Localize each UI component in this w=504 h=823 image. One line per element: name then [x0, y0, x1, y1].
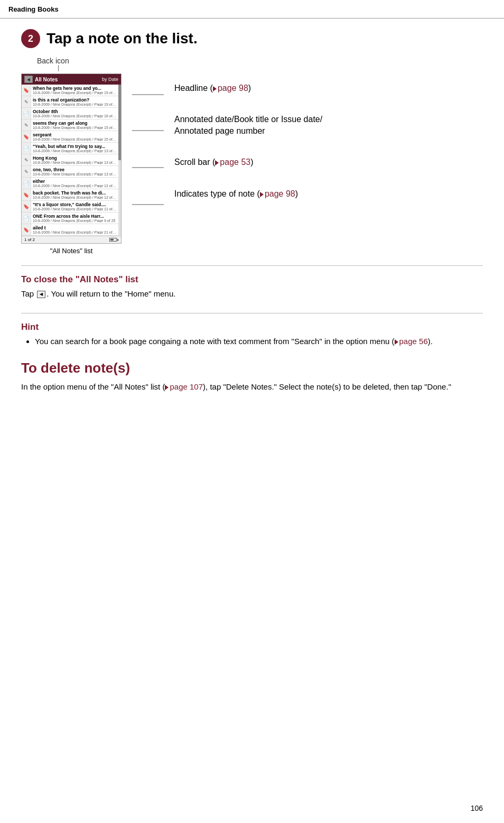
- note-meta: 10-8-2009 / Nine Dragons (Excerpt) / Pag…: [33, 149, 117, 153]
- note-headline: either: [33, 179, 117, 184]
- device-header-left: ◀ All Notes: [24, 76, 58, 83]
- note-headline: back pocket. The truth was he di...: [33, 190, 117, 196]
- note-content: ailed t 10-8-2009 / Nine Dragons (Excerp…: [31, 224, 118, 235]
- list-item[interactable]: ✎ seems they can get along 10-8-2009 / N…: [22, 119, 118, 131]
- scroll-thumb: [118, 85, 121, 160]
- note-headline: When he gets here you and yo...: [33, 86, 117, 91]
- hint-body: You can search for a book page congaing …: [21, 336, 483, 348]
- note-type-icon: 🔖: [22, 189, 31, 200]
- note-content: is this a real organization? 10-8-2009 /…: [31, 96, 118, 107]
- step-circle: 2: [21, 29, 40, 48]
- divider-1: [21, 265, 483, 266]
- hint-section: Hint You can search for a book page cong…: [21, 322, 483, 348]
- note-headline: sergeant: [33, 132, 117, 137]
- scrollbar-label: Scroll bar (page 53): [174, 146, 483, 178]
- note-headline: October 8th: [33, 109, 117, 114]
- device-mockup: ◀ All Notes by Date 🔖 When he gets here …: [21, 73, 122, 244]
- note-meta: 10-8-2009 / Nine Dragons (Excerpt) / Pag…: [33, 172, 117, 176]
- divider-2: [21, 313, 483, 313]
- indicates-page-link[interactable]: page 98: [265, 189, 295, 198]
- page-arrow-icon2: [215, 160, 219, 165]
- connector-lines: [132, 72, 164, 252]
- note-content: October 8th 10-8-2009 / Nine Dragons (Ex…: [31, 108, 118, 119]
- page-arrow-icon4: [395, 339, 398, 345]
- hint-list-item: You can search for a book page congaing …: [35, 336, 483, 348]
- scrollbar-page-link[interactable]: page 53: [220, 158, 250, 167]
- note-meta: 10-8-2009 / Nine Dragons (Excerpt) / Pag…: [33, 137, 117, 141]
- step-title: Tap a note on the list.: [46, 30, 198, 47]
- back-button-icon[interactable]: ◀: [24, 76, 33, 83]
- note-headline: seems they can get along: [33, 121, 117, 126]
- note-meta: 10-8-2009 / Nine Dragons (Excerpt) / Pag…: [33, 219, 117, 223]
- note-content: Hong Kong 10-8-2009 / Nine Dragons (Exce…: [31, 154, 118, 165]
- note-content: back pocket. The truth was he di... 10-8…: [31, 189, 118, 200]
- note-content: ONE From across the aisle Harr... 10-8-2…: [31, 212, 118, 224]
- step-section: 2 Tap a note on the list. Back icon: [21, 29, 483, 255]
- note-headline: is this a real organization?: [33, 97, 117, 103]
- list-item[interactable]: ✎ one, two, three 10-8-2009 / Nine Drago…: [22, 166, 118, 178]
- note-content: "It's a liquor store," Gandle said.... 1…: [31, 201, 118, 212]
- home-button-icon: ◀: [37, 291, 45, 298]
- note-type-icon: 📄: [22, 178, 31, 189]
- note-meta: 10-8-2009 / Nine Dragons (Excerpt) / Pag…: [33, 114, 117, 118]
- page-arrow-icon: [213, 86, 217, 91]
- header: Reading Books: [0, 0, 504, 19]
- note-content: either 10-8-2009 / Nine Dragons (Excerpt…: [31, 178, 118, 189]
- list-item[interactable]: 📄 "Yeah, but what I'm trying to say... 1…: [22, 143, 118, 154]
- hint-page-link[interactable]: page 56: [399, 337, 428, 346]
- list-item[interactable]: 🔖 back pocket. The truth was he di... 10…: [22, 189, 118, 201]
- notes-list: 🔖 When he gets here you and yo... 10-8-2…: [22, 85, 121, 236]
- close-section-title: To close the "All Notes" list: [21, 274, 483, 285]
- all-notes-list-label: "All Notes" list: [50, 247, 93, 255]
- list-item[interactable]: 🔖 "It's a liquor store," Gandle said....…: [22, 201, 118, 212]
- note-meta: 10-8-2009 / Nine Dragons (Excerpt) / Pag…: [33, 126, 117, 130]
- note-content: sergeant 10-8-2009 / Nine Dragons (Excer…: [31, 131, 118, 142]
- delete-section-title: To delete note(s): [21, 360, 483, 376]
- list-item[interactable]: ✎ is this a real organization? 10-8-2009…: [22, 96, 118, 108]
- note-headline: "It's a liquor store," Gandle said....: [33, 202, 117, 207]
- note-type-icon: 📄: [22, 212, 31, 224]
- list-item[interactable]: 📄 October 8th 10-8-2009 / Nine Dragons (…: [22, 108, 118, 119]
- note-meta: 10-8-2009 / Nine Dragons (Excerpt) / Pag…: [33, 161, 117, 164]
- delete-section-body: In the option menu of the "All Notes" li…: [21, 381, 483, 393]
- headline-label: Headline (page 98): [174, 72, 483, 104]
- list-item[interactable]: 🔖 ailed t 10-8-2009 / Nine Dragons (Exce…: [22, 224, 118, 236]
- note-type-icon: ✎: [22, 154, 31, 165]
- hint-title: Hint: [21, 322, 483, 332]
- page-arrow-icon5: [165, 385, 169, 390]
- page-arrow-icon3: [260, 192, 264, 197]
- battery-icon: [109, 238, 118, 242]
- main-content: 2 Tap a note on the list. Back icon: [0, 19, 504, 417]
- note-meta: 10-8-2009 / Nine Dragons (Excerpt) / Pag…: [33, 196, 117, 199]
- list-item[interactable]: 📄 ONE From across the aisle Harr... 10-8…: [22, 212, 118, 224]
- note-type-icon: 📄: [22, 143, 31, 154]
- note-meta: 10-8-2009 / Nine Dragons (Excerpt) / Pag…: [33, 103, 117, 106]
- close-section: To close the "All Notes" list Tap ◀. You…: [21, 274, 483, 300]
- note-content: When he gets here you and yo... 10-8-200…: [31, 85, 118, 96]
- note-type-icon: 🔖: [22, 131, 31, 142]
- note-content: one, two, three 10-8-2009 / Nine Dragons…: [31, 166, 118, 177]
- indicates-label: Indicates type of note (page 98): [174, 178, 483, 210]
- note-meta: 10-8-2009 / Nine Dragons (Excerpt) / Pag…: [33, 184, 117, 188]
- list-item[interactable]: 🔖 sergeant 10-8-2009 / Nine Dragons (Exc…: [22, 131, 118, 143]
- note-meta: 10-8-2009 / Nine Dragons (Excerpt) / Pag…: [33, 230, 117, 234]
- note-meta: 10-8-2009 / Nine Dragons (Excerpt) / Pag…: [33, 91, 117, 95]
- close-section-body: Tap ◀. You will return to the "Home" men…: [21, 288, 483, 300]
- list-item[interactable]: 📄 either 10-8-2009 / Nine Dragons (Excer…: [22, 178, 118, 189]
- back-icon-label: Back icon: [37, 57, 69, 65]
- headline-page-link[interactable]: page 98: [218, 84, 248, 93]
- device-header-title: All Notes: [35, 77, 58, 82]
- page-number: 106: [471, 804, 483, 812]
- note-headline: one, two, three: [33, 167, 117, 172]
- scroll-bar[interactable]: [118, 85, 121, 236]
- note-meta: 10-8-2009 / Nine Dragons (Excerpt) / Pag…: [33, 207, 117, 211]
- note-content: seems they can get along 10-8-2009 / Nin…: [31, 119, 118, 131]
- note-headline: Hong Kong: [33, 155, 117, 161]
- list-item[interactable]: 🔖 When he gets here you and yo... 10-8-2…: [22, 85, 118, 96]
- delete-page-link[interactable]: page 107: [170, 382, 203, 391]
- device-header-sort: by Date: [102, 77, 118, 82]
- footer-page: 1 of 2: [24, 237, 35, 242]
- list-item[interactable]: ✎ Hong Kong 10-8-2009 / Nine Dragons (Ex…: [22, 154, 118, 166]
- annotated-label: Annotated date/Book title or Issue date/…: [174, 104, 483, 146]
- step-header: 2 Tap a note on the list.: [21, 29, 483, 48]
